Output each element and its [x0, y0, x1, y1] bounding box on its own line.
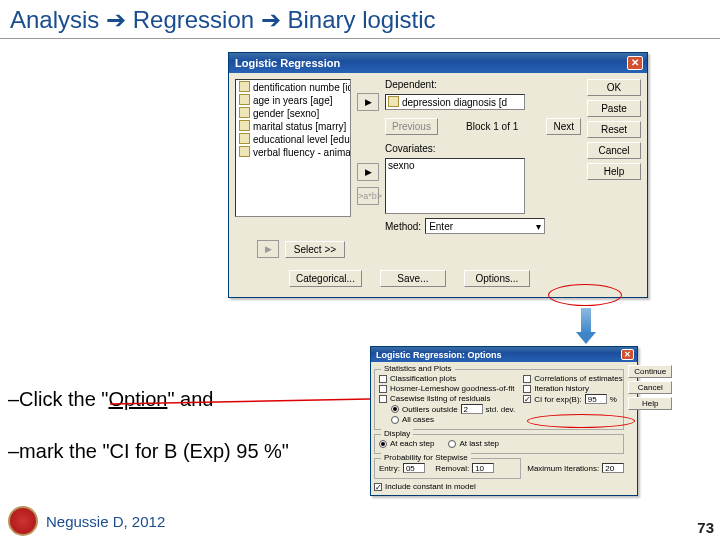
last-step-radio[interactable] — [448, 440, 456, 448]
arrow-icon: ➔ — [106, 6, 133, 33]
block-label: Block 1 of 1 — [442, 121, 543, 132]
university-logo-icon — [8, 506, 38, 536]
max-iterations-input[interactable]: 20 — [602, 463, 624, 473]
help-button[interactable]: Help — [628, 397, 672, 410]
annotation-arrow-down — [578, 308, 594, 344]
close-icon[interactable]: ✕ — [621, 349, 634, 360]
classification-plots-checkbox[interactable] — [379, 375, 387, 383]
each-step-radio[interactable] — [379, 440, 387, 448]
entry-input[interactable]: 05 — [403, 463, 425, 473]
author-label: Negussie D, 2012 — [46, 513, 165, 530]
list-item[interactable]: educational level [educ — [238, 133, 348, 146]
breadcrumb-binary-logistic: Binary logistic — [287, 6, 435, 33]
dialog-titlebar[interactable]: Logistic Regression ✕ — [229, 53, 647, 73]
page-number: 73 — [697, 519, 714, 536]
all-cases-radio[interactable] — [391, 416, 399, 424]
instruction-2: –mark the "CI for B (Exp) 95 %" — [8, 440, 289, 463]
stepwise-probability-group: Probability for Stepwise Entry: 05 Remov… — [374, 458, 521, 479]
dialog-title: Logistic Regression: Options — [376, 350, 502, 360]
hosmer-lemeshow-checkbox[interactable] — [379, 385, 387, 393]
group-label: Display — [381, 429, 413, 438]
cancel-button[interactable]: Cancel — [587, 142, 641, 159]
close-icon[interactable]: ✕ — [627, 56, 643, 70]
list-item[interactable]: verbal fluency - animal n — [238, 146, 348, 159]
slide-footer: Negussie D, 2012 — [0, 506, 720, 536]
ok-button[interactable]: OK — [587, 79, 641, 96]
move-to-dependent-button[interactable]: ▶ — [357, 93, 379, 111]
ci-exp-b-checkbox[interactable] — [523, 395, 531, 403]
display-group: Display At each step At last step — [374, 434, 624, 454]
method-label: Method: — [385, 221, 421, 232]
interaction-button[interactable]: >a*b> — [357, 187, 379, 205]
covariates-label: Covariates: — [385, 143, 581, 154]
covariate-value: sexno — [388, 160, 522, 171]
breadcrumb-regression: Regression — [133, 6, 254, 33]
group-label: Statistics and Plots — [381, 364, 455, 373]
reset-button[interactable]: Reset — [587, 121, 641, 138]
list-item[interactable]: marital status [marry] — [238, 120, 348, 133]
list-item[interactable]: age in years [age] — [238, 94, 348, 107]
statistics-plots-group: Statistics and Plots Classification plot… — [374, 369, 624, 430]
chevron-down-icon: ▾ — [536, 221, 541, 232]
include-constant-checkbox[interactable] — [374, 483, 382, 491]
logistic-regression-dialog: Logistic Regression ✕ dentification numb… — [228, 52, 648, 298]
iteration-history-checkbox[interactable] — [523, 385, 531, 393]
continue-button[interactable]: Continue — [628, 365, 672, 378]
dialog-titlebar[interactable]: Logistic Regression: Options ✕ — [371, 347, 637, 362]
correlations-checkbox[interactable] — [523, 375, 531, 383]
dependent-label: Dependent: — [385, 79, 581, 90]
next-button[interactable]: Next — [546, 118, 581, 135]
instruction-1: –Click the "Option" and — [8, 388, 213, 411]
arrow-icon: ➔ — [261, 6, 288, 33]
logistic-regression-options-dialog: Logistic Regression: Options ✕ Statistic… — [370, 346, 638, 496]
save-button[interactable]: Save... — [380, 270, 446, 287]
help-button[interactable]: Help — [587, 163, 641, 180]
dependent-value: depression diagnosis [d — [388, 97, 507, 108]
method-select[interactable]: Enter ▾ — [425, 218, 545, 234]
paste-button[interactable]: Paste — [587, 100, 641, 117]
outliers-value-input[interactable]: 2 — [461, 404, 483, 414]
dependent-field[interactable]: depression diagnosis [d — [385, 94, 525, 110]
move-to-select-button[interactable]: ▶ — [257, 240, 279, 258]
previous-button[interactable]: Previous — [385, 118, 438, 135]
move-to-covariates-button[interactable]: ▶ — [357, 163, 379, 181]
options-button[interactable]: Options... — [464, 270, 530, 287]
casewise-residuals-checkbox[interactable] — [379, 395, 387, 403]
ci-value-input[interactable]: 95 — [585, 394, 607, 404]
select-button[interactable]: Select >> — [285, 241, 345, 258]
cancel-button[interactable]: Cancel — [628, 381, 672, 394]
categorical-button[interactable]: Categorical... — [289, 270, 362, 287]
group-label: Probability for Stepwise — [381, 453, 471, 462]
method-value: Enter — [429, 221, 453, 232]
breadcrumb: Analysis ➔ Regression ➔ Binary logistic — [0, 0, 720, 39]
list-item[interactable]: dentification numbe [id — [238, 81, 348, 94]
covariates-list[interactable]: sexno — [385, 158, 525, 214]
dialog-title: Logistic Regression — [235, 57, 340, 69]
breadcrumb-analysis: Analysis — [10, 6, 99, 33]
list-item[interactable]: gender [sexno] — [238, 107, 348, 120]
outliers-radio[interactable] — [391, 405, 399, 413]
variables-list[interactable]: dentification numbe [id age in years [ag… — [235, 79, 351, 217]
removal-input[interactable]: 10 — [472, 463, 494, 473]
